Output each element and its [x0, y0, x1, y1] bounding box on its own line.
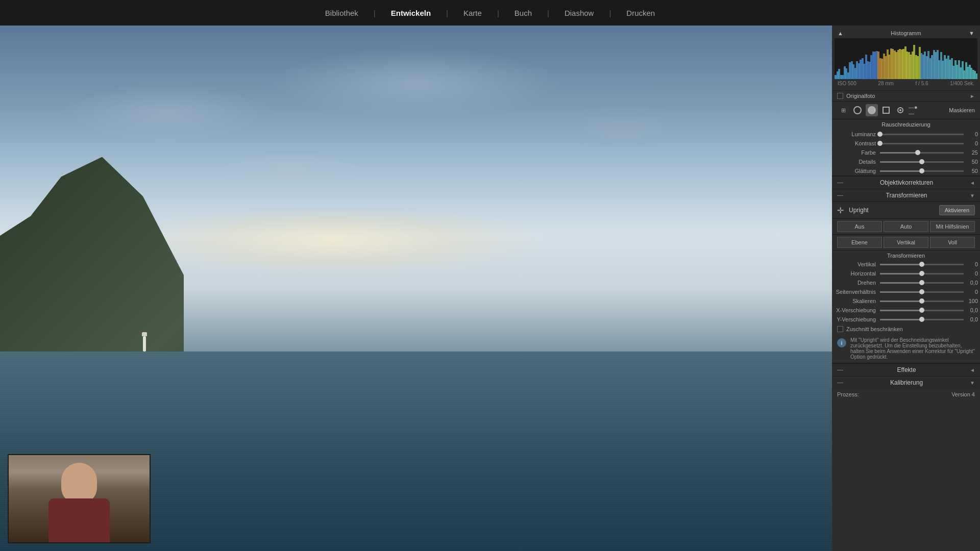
transform-thumb-4[interactable] [919, 298, 924, 304]
rausch-label-4: Glättung [834, 168, 880, 174]
nav-drucken[interactable]: Drucken [626, 9, 655, 17]
transform-arrow[interactable]: ▼ [970, 193, 975, 198]
person-body [48, 498, 110, 543]
transform-label-5: X-Verschiebung [834, 307, 880, 313]
histogram-canvas [835, 38, 977, 79]
square-tool[interactable] [880, 104, 892, 116]
transform-value-5: 0,0 [964, 307, 978, 313]
effekte-header[interactable]: — Effekte ◄ [832, 363, 980, 376]
transform-slider-row-4: Skalieren100 [832, 296, 980, 306]
transform-slider-row-6: Y-Verschiebung0,0 [832, 315, 980, 324]
aktivieren-button[interactable]: Aktivieren [939, 205, 975, 215]
upright-cross-icon[interactable]: ✛ [837, 206, 844, 215]
rausch-thumb-4[interactable] [919, 168, 924, 173]
rausch-track-0[interactable] [880, 134, 964, 135]
rauschreduzierung-title: Rauschreduzierung [832, 119, 980, 130]
nav-karte[interactable]: Karte [463, 9, 482, 17]
upright-hilfslinien-button[interactable]: Mit Hilfslinien [930, 221, 975, 232]
objekt-arrow[interactable]: ◄ [970, 180, 975, 186]
transform-label-0: Vertikal [834, 261, 880, 267]
rausch-label-1: Kontrast [834, 140, 880, 146]
main-content: ▲ Histogramm ▼ ISO 500 28 mm f / 5.6 1/4… [0, 26, 980, 551]
person-head [61, 463, 97, 504]
rausch-label-3: Details [834, 159, 880, 165]
nav-buch[interactable]: Buch [514, 9, 532, 17]
kalibrierung-arrow[interactable]: ▼ [970, 380, 975, 386]
transform-track-3[interactable] [880, 291, 964, 293]
transform-slider-row-0: Vertikal0 [832, 260, 980, 269]
histogram-collapse-right[interactable]: ▼ [969, 30, 974, 36]
transform-track-5[interactable] [880, 310, 964, 311]
rausch-track-1[interactable] [880, 143, 964, 144]
rausch-thumb-1[interactable] [877, 141, 883, 146]
effekte-minus[interactable]: — [837, 366, 843, 373]
upright-vertikal-button[interactable]: Vertikal [884, 237, 928, 248]
objekt-minus[interactable]: — [837, 179, 843, 186]
transform-thumb-6[interactable] [919, 317, 924, 322]
originalfoto-arrow[interactable]: ► [970, 93, 975, 99]
transform-track-0[interactable] [880, 264, 964, 265]
top-nav: Bibliothek | Entwickeln | Karte | Buch |… [0, 0, 980, 26]
webcam-person [9, 455, 150, 542]
circle-filled-tool[interactable] [866, 104, 878, 116]
transform-header: — Transformieren ▼ [832, 189, 980, 202]
kalibrierung-header[interactable]: — Kalibrierung ▼ [832, 376, 980, 389]
rausch-thumb-0[interactable] [877, 132, 883, 137]
hist-iso: ISO 500 [838, 81, 856, 86]
nav-sep-1: | [374, 9, 376, 17]
right-panel: ▲ Histogramm ▼ ISO 500 28 mm f / 5.6 1/4… [832, 26, 980, 551]
transform-title: Transformieren [886, 192, 927, 199]
nav-bibliothek[interactable]: Bibliothek [325, 9, 358, 17]
objektivkorrekturen-header[interactable]: — Objektivkorrekturen ◄ [832, 176, 980, 189]
rausch-track-2[interactable] [880, 152, 964, 154]
histogram-section: ▲ Histogramm ▼ ISO 500 28 mm f / 5.6 1/4… [832, 26, 980, 91]
info-text: Mit "Upright" wird der Beschneidungswink… [850, 337, 975, 360]
zuschnitt-row: Zuschnitt beschränken [832, 324, 980, 334]
circle-tool[interactable] [851, 104, 864, 116]
nav-entwickeln[interactable]: Entwickeln [391, 9, 431, 17]
slider-tool[interactable]: —●— [909, 104, 921, 116]
transform-thumb-1[interactable] [919, 271, 924, 276]
originalfoto-checkbox[interactable] [837, 93, 843, 99]
prozess-label: Prozess: [837, 391, 859, 397]
effekte-arrow[interactable]: ◄ [970, 367, 975, 373]
upright-aus-button[interactable]: Aus [837, 221, 882, 232]
rauschreduzierung-sliders: Luminanz0Kontrast0Farbe25Details50Glättu… [832, 130, 980, 176]
transform-track-6[interactable] [880, 319, 964, 320]
rausch-track-4[interactable] [880, 170, 964, 172]
histogram-collapse-left[interactable]: ▲ [838, 30, 843, 36]
rausch-thumb-2[interactable] [915, 150, 920, 155]
masking-toolbar: ⊞ —●— Maskieren [832, 102, 980, 119]
transform-thumb-0[interactable] [919, 262, 924, 267]
rausch-slider-row-2: Farbe25 [832, 148, 980, 157]
transform-track-4[interactable] [880, 300, 964, 302]
histogram-header: ▲ Histogramm ▼ [835, 28, 977, 38]
transform-thumb-2[interactable] [919, 280, 924, 285]
upright-ebene-button[interactable]: Ebene [837, 237, 882, 248]
transform-value-6: 0,0 [964, 316, 978, 322]
transform-track-2[interactable] [880, 282, 964, 284]
rausch-track-3[interactable] [880, 161, 964, 163]
rausch-label-2: Farbe [834, 149, 880, 156]
transform-thumb-3[interactable] [919, 289, 924, 294]
rausch-value-4: 50 [964, 168, 978, 174]
transform-label-2: Drehen [834, 280, 880, 286]
nav-diashow[interactable]: Diashow [565, 9, 594, 17]
transform-minus[interactable]: — [837, 192, 843, 199]
circle-dot-tool[interactable] [894, 104, 906, 116]
upright-voll-button[interactable]: Voll [930, 237, 975, 248]
zuschnitt-checkbox[interactable] [837, 326, 843, 332]
upright-auto-button[interactable]: Auto [884, 221, 928, 232]
transform-value-3: 0 [964, 289, 978, 295]
zuschnitt-label: Zuschnitt beschränken [846, 326, 903, 332]
nav-sep-5: | [609, 9, 611, 17]
rausch-value-2: 25 [964, 149, 978, 156]
objektivkorrekturen-title: Objektivkorrekturen [880, 179, 933, 186]
grid-tool[interactable]: ⊞ [837, 104, 849, 116]
rausch-thumb-3[interactable] [919, 159, 924, 164]
kalibrierung-minus[interactable]: — [837, 379, 843, 386]
transform-thumb-5[interactable] [919, 308, 924, 313]
transform-track-1[interactable] [880, 273, 964, 274]
transform-slider-row-5: X-Verschiebung0,0 [832, 306, 980, 315]
transform-label-6: Y-Verschiebung [834, 316, 880, 322]
